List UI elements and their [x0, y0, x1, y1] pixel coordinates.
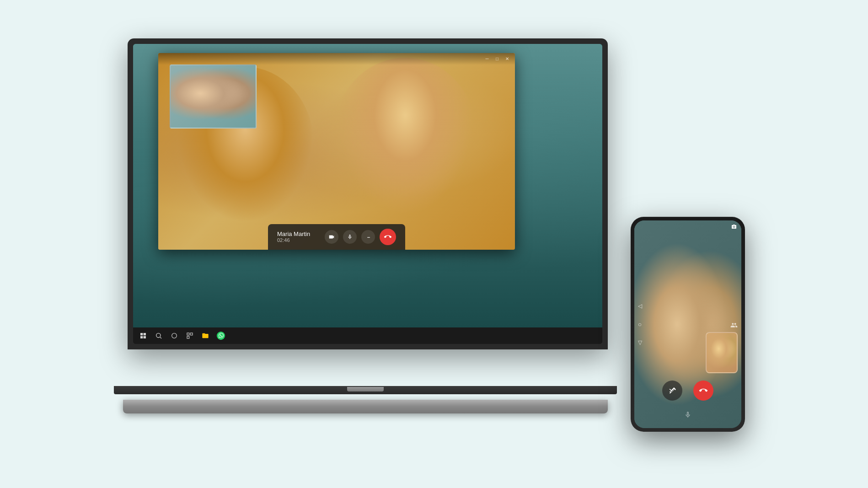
taskbar-fileexplorer-icon[interactable]	[201, 331, 210, 340]
taskbar-cortana-icon[interactable]	[170, 331, 179, 340]
laptop-taskbar	[133, 327, 602, 344]
minimize-button[interactable]: ─	[484, 56, 490, 62]
phone-end-call-button[interactable]	[693, 381, 713, 401]
phone-call-controls	[647, 381, 729, 401]
phone: ◁ ○ ▽	[631, 217, 745, 432]
maximize-button[interactable]: □	[494, 56, 500, 62]
phone-mute-indicator	[684, 410, 691, 422]
svg-point-0	[156, 333, 161, 337]
phone-screen: ◁ ○ ▽	[634, 220, 741, 428]
call-contact-name: Maria Martin	[277, 231, 320, 237]
video-person-right	[332, 58, 478, 222]
laptop: ─ □ ✕	[114, 38, 617, 413]
laptop-base-bottom	[123, 400, 608, 413]
close-button[interactable]: ✕	[504, 56, 510, 62]
call-window: ─ □ ✕	[158, 53, 515, 250]
end-call-button[interactable]	[380, 229, 396, 245]
call-info: Maria Martin 02:46	[277, 231, 320, 243]
phone-home-button[interactable]: ○	[635, 320, 644, 329]
scene: ─ □ ✕	[114, 38, 754, 450]
svg-rect-4	[190, 333, 193, 335]
video-toggle-button[interactable]	[325, 230, 338, 244]
phone-video-off-button[interactable]	[662, 381, 682, 401]
laptop-screen-bezel: ─ □ ✕	[133, 44, 602, 344]
phone-body: ◁ ○ ▽	[631, 217, 745, 432]
call-controls-bar: Maria Martin 02:46 ···	[268, 224, 405, 250]
laptop-base-top	[114, 386, 617, 394]
phone-back-button[interactable]: ◁	[635, 301, 644, 311]
call-window-titlebar: ─ □ ✕	[158, 53, 515, 65]
svg-rect-3	[187, 333, 189, 335]
phone-nav: ◁ ○ ▽	[634, 298, 645, 351]
phone-pip-video	[706, 332, 738, 373]
svg-point-2	[172, 333, 177, 338]
laptop-hinge	[347, 387, 384, 391]
call-duration: 02:46	[277, 237, 320, 243]
laptop-wallpaper: ─ □ ✕	[133, 44, 602, 327]
laptop-base	[114, 386, 617, 413]
phone-participants-indicator	[730, 322, 738, 330]
svg-rect-5	[187, 336, 189, 338]
more-options-button[interactable]: ···	[361, 230, 375, 244]
phone-recents-button[interactable]: ▽	[635, 338, 644, 347]
taskbar-whatsapp-icon[interactable]	[216, 331, 225, 340]
svg-line-1	[160, 337, 161, 338]
laptop-screen-outer: ─ □ ✕	[128, 38, 608, 349]
camera-icon	[730, 224, 738, 230]
pip-video	[170, 64, 257, 129]
taskbar-taskview-icon[interactable]	[185, 331, 194, 340]
taskbar-search-icon[interactable]	[154, 331, 163, 340]
taskbar-windows-icon[interactable]	[139, 331, 148, 340]
mute-button[interactable]	[343, 230, 357, 244]
phone-top-bar	[730, 224, 738, 230]
